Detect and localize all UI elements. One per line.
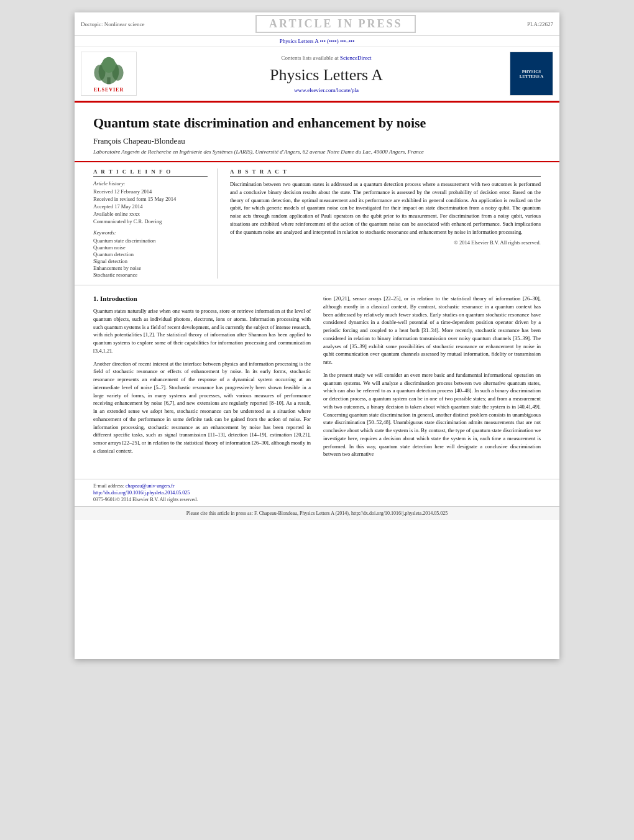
intro-para1: Quantum states naturally arise when one …	[93, 307, 311, 355]
info-area: A R T I C L E I N F O Article history: R…	[75, 162, 559, 285]
journal-logo-text: PHYSICS LETTERS A	[513, 69, 550, 79]
abstract-title: A B S T R A C T	[230, 168, 541, 177]
keyword-3: Quantum detection	[93, 251, 208, 257]
journal-logo-right: PHYSICS LETTERS A	[510, 52, 553, 96]
body-content: 1. Introduction Quantum states naturally…	[75, 285, 559, 473]
col-right: tion [20,21], sensor arrays [22–25], or …	[323, 295, 541, 463]
intro-para2: Another direction of recent interest at …	[93, 360, 311, 455]
keywords-section: Keywords: Quantum state discrimination Q…	[93, 229, 208, 278]
abstract-area: A B S T R A C T Discrimination between t…	[230, 168, 541, 279]
journal-url[interactable]: www.elsevier.com/locate/pla	[143, 87, 510, 93]
article-author: François Chapeau-Blondeau	[93, 136, 541, 146]
keyword-4: Signal detection	[93, 258, 208, 264]
email-address[interactable]: chapeau@univ-angers.fr	[126, 483, 175, 489]
rights-footnote: 0375-9601/© 2014 Elsevier B.V. All right…	[93, 497, 541, 502]
journal-center: Contents lists available at ScienceDirec…	[143, 52, 510, 96]
article-affiliation: Laboratoire Angevin de Recherche en Ingé…	[93, 149, 541, 155]
svg-point-4	[102, 57, 116, 73]
keyword-1: Quantum state discrimination	[93, 238, 208, 244]
keyword-6: Stochastic resonance	[93, 272, 208, 278]
keyword-5: Enhancement by noise	[93, 265, 208, 271]
article-id: PLA:22627	[527, 21, 553, 27]
journal-title: Physics Letters A	[143, 66, 510, 85]
keywords-label: Keywords:	[93, 229, 208, 236]
top-banner: Doctopic: Nonlinear science ARTICLE IN P…	[75, 12, 559, 36]
right-para2: In the present study we will consider an…	[323, 371, 541, 458]
article-info-title: A R T I C L E I N F O	[93, 168, 208, 177]
elsevier-text: ELSEVIER	[94, 87, 124, 93]
citation-bar: Please cite this article in press as: F.…	[75, 506, 559, 520]
revised-date: Received in revised form 15 May 2014	[93, 196, 208, 202]
email-label: E-mail address:	[93, 483, 124, 489]
email-footnote: E-mail address: chapeau@univ-angers.fr	[93, 483, 541, 489]
communicated-by: Communicated by C.R. Doering	[93, 218, 208, 224]
article-in-press-text: ARTICLE IN PRESS	[255, 15, 416, 33]
page-footer: E-mail address: chapeau@univ-angers.fr h…	[75, 479, 559, 506]
article-title-area: Quantum state discrimination and enhance…	[75, 103, 559, 162]
doctopic-label: Doctopic: Nonlinear science	[81, 21, 144, 27]
journal-sub-title: Physics Letters A ••• (••••) •••–•••	[280, 38, 355, 44]
copyright-line: © 2014 Elsevier B.V. All rights reserved…	[230, 239, 541, 246]
elsevier-tree-icon	[90, 55, 127, 86]
elsevier-logo: ELSEVIER	[81, 52, 137, 96]
citation-text: Please cite this article in press as: F.…	[186, 510, 448, 516]
accepted-date: Accepted 17 May 2014	[93, 203, 208, 210]
article-history-label: Article history:	[93, 180, 208, 187]
keyword-2: Quantum noise	[93, 244, 208, 251]
abstract-text: Discrimination between two quantum state…	[230, 180, 541, 236]
article-in-press-banner: ARTICLE IN PRESS	[144, 15, 527, 33]
available-date: Available online xxxx	[93, 211, 208, 217]
sciencedirect-link[interactable]: ScienceDirect	[340, 55, 371, 61]
doi-footnote[interactable]: http://dx.doi.org/10.1016/j.physleta.201…	[93, 490, 541, 496]
contents-prefix: Contents lists available at	[282, 55, 339, 61]
journal-header: ELSEVIER Contents lists available at Sci…	[75, 47, 559, 103]
journal-sub-header: Physics Letters A ••• (••••) •••–•••	[75, 36, 559, 47]
introduction-title: 1. Introduction	[93, 295, 311, 302]
received-date: Received 12 February 2014	[93, 188, 208, 195]
article-info: A R T I C L E I N F O Article history: R…	[93, 168, 218, 279]
contents-line: Contents lists available at ScienceDirec…	[143, 55, 510, 61]
col-left: 1. Introduction Quantum states naturally…	[93, 295, 311, 463]
article-main-title: Quantum state discrimination and enhance…	[93, 115, 541, 131]
page: Doctopic: Nonlinear science ARTICLE IN P…	[75, 12, 559, 659]
right-para1: tion [20,21], sensor arrays [22–25], or …	[323, 295, 541, 366]
